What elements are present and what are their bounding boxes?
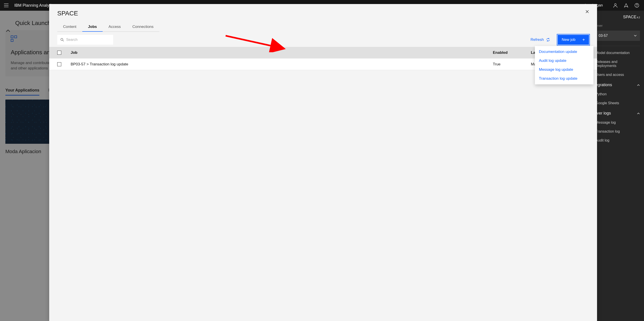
close-icon [586, 10, 589, 13]
search-box[interactable] [57, 35, 113, 45]
side-item-users-access[interactable]: Users and access [596, 73, 640, 77]
modal-tabs: Content Jobs Access Connections [57, 22, 597, 32]
svg-point-2 [636, 6, 637, 7]
new-job-button[interactable]: New job + [558, 35, 589, 45]
chevron-up-icon [637, 83, 640, 87]
help-icon [634, 3, 639, 7]
new-job-label: New job [562, 37, 575, 42]
menu-item-transaction-log-update[interactable]: Transaction log update [535, 74, 594, 83]
cell-job: BP03-57 > Transaction log update [71, 62, 493, 67]
space-modal: SPACE Content Jobs Access Connections Re… [49, 4, 597, 321]
server-select[interactable]: 03-57 [596, 31, 640, 41]
paper-plane-icon [624, 3, 628, 7]
svg-point-6 [61, 38, 63, 41]
server-select-value: 03-57 [598, 34, 608, 38]
tab-content[interactable]: Content [57, 22, 82, 32]
tab-jobs[interactable]: Jobs [82, 22, 103, 32]
refresh-label: Refresh [530, 37, 544, 42]
menu-item-audit-log-update[interactable]: Audit log update [535, 56, 594, 65]
side-item-python[interactable]: Python [596, 92, 640, 96]
search-icon [60, 38, 64, 42]
jobs-toolbar: Refresh New job + [49, 35, 597, 45]
select-all-checkbox[interactable] [57, 51, 61, 55]
modal-title: SPACE [57, 10, 597, 17]
cell-enabled: True [493, 62, 531, 67]
menu-item-message-log-update[interactable]: Message log update [535, 65, 594, 74]
col-job: Job [71, 50, 493, 55]
refresh-icon [546, 38, 550, 42]
hamburger-icon [4, 3, 8, 7]
col-enabled: Enabled [493, 50, 531, 55]
row-checkbox[interactable] [57, 62, 61, 66]
jobs-table-header: Job Enabled Last run [49, 47, 597, 58]
jobs-table: Job Enabled Last run BP03-57 > Transacti… [49, 47, 597, 70]
side-panel-title: SPACE4.2 [596, 15, 640, 19]
user-avatar-button[interactable] [612, 2, 619, 9]
close-button[interactable] [584, 8, 591, 15]
tab-connections[interactable]: Connections [126, 22, 160, 32]
user-icon [613, 3, 618, 7]
help-button[interactable] [633, 2, 640, 9]
new-job-menu: Documentation update Audit log update Me… [535, 46, 594, 84]
svg-point-0 [614, 3, 616, 5]
refresh-button[interactable]: Refresh [527, 35, 553, 44]
menu-button[interactable] [4, 3, 9, 8]
chevron-down-icon [634, 34, 637, 37]
side-item-transaction-log[interactable]: Transaction log [596, 130, 640, 134]
side-item-google-sheets[interactable]: Google Sheets [596, 101, 640, 105]
side-item-message-log[interactable]: Message log [596, 121, 640, 125]
side-panel-version: 4.2 [637, 16, 640, 19]
side-item-releases[interactable]: Releases andDeployments [596, 60, 640, 68]
right-side-panel: SPACE4.2 erver 03-57 Model documentation… [592, 11, 644, 321]
side-section-server-logs[interactable]: rver logs [596, 111, 640, 116]
tab-access[interactable]: Access [103, 22, 126, 32]
side-item-model-doc[interactable]: Model documentation [596, 51, 640, 55]
side-section-integrations[interactable]: egrations [596, 83, 640, 87]
send-button[interactable] [622, 2, 630, 9]
plus-icon: + [582, 37, 585, 42]
chevron-up-icon [637, 112, 640, 115]
side-item-audit-log[interactable]: Audit log [596, 138, 640, 143]
table-row[interactable]: BP03-57 > Transaction log update True Ma… [49, 58, 597, 70]
server-label: erver [596, 24, 640, 27]
search-input[interactable] [66, 38, 110, 42]
menu-item-documentation-update[interactable]: Documentation update [535, 47, 594, 56]
